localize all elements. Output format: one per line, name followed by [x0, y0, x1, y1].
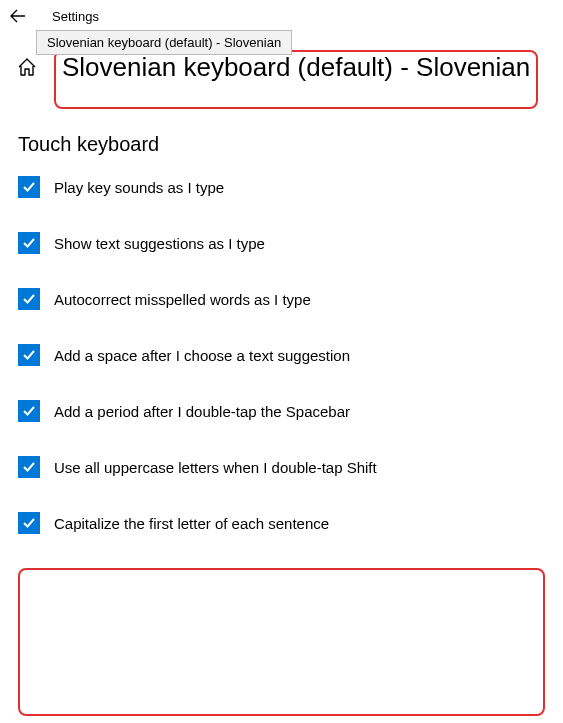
settings-label: Settings	[52, 9, 99, 24]
checkbox[interactable]	[18, 400, 40, 422]
checkmark-icon	[21, 179, 37, 195]
tooltip: Slovenian keyboard (default) - Slovenian	[36, 30, 292, 55]
section-header: Touch keyboard	[0, 109, 563, 168]
checkbox[interactable]	[18, 512, 40, 534]
bottom-highlight-box	[18, 568, 545, 716]
checkmark-icon	[21, 291, 37, 307]
checkmark-icon	[21, 403, 37, 419]
checkbox[interactable]	[18, 232, 40, 254]
page-title: Slovenian keyboard (default) - Slovenian	[62, 52, 530, 83]
option-add-space[interactable]: Add a space after I choose a text sugges…	[18, 344, 545, 366]
checkmark-icon	[21, 235, 37, 251]
checkbox[interactable]	[18, 344, 40, 366]
options-list: Play key sounds as I type Show text sugg…	[0, 168, 563, 534]
option-label: Play key sounds as I type	[54, 179, 224, 196]
option-label: Show text suggestions as I type	[54, 235, 265, 252]
top-bar: Settings	[0, 0, 563, 28]
option-label: Autocorrect misspelled words as I type	[54, 291, 311, 308]
option-add-period[interactable]: Add a period after I double-tap the Spac…	[18, 400, 545, 422]
option-autocorrect[interactable]: Autocorrect misspelled words as I type	[18, 288, 545, 310]
checkbox[interactable]	[18, 456, 40, 478]
option-show-text-suggestions[interactable]: Show text suggestions as I type	[18, 232, 545, 254]
checkmark-icon	[21, 459, 37, 475]
home-icon	[16, 56, 38, 78]
checkmark-icon	[21, 515, 37, 531]
option-label: Add a space after I choose a text sugges…	[54, 347, 350, 364]
title-highlight-box: Slovenian keyboard (default) - Slovenian	[54, 50, 538, 109]
option-label: Add a period after I double-tap the Spac…	[54, 403, 350, 420]
arrow-left-icon	[10, 8, 26, 24]
option-label: Use all uppercase letters when I double-…	[54, 459, 377, 476]
checkmark-icon	[21, 347, 37, 363]
option-uppercase-shift[interactable]: Use all uppercase letters when I double-…	[18, 456, 545, 478]
home-button[interactable]	[16, 56, 38, 78]
checkbox[interactable]	[18, 288, 40, 310]
option-play-key-sounds[interactable]: Play key sounds as I type	[18, 176, 545, 198]
option-capitalize-sentence[interactable]: Capitalize the first letter of each sent…	[18, 512, 545, 534]
back-button[interactable]	[8, 6, 28, 26]
option-label: Capitalize the first letter of each sent…	[54, 515, 329, 532]
checkbox[interactable]	[18, 176, 40, 198]
